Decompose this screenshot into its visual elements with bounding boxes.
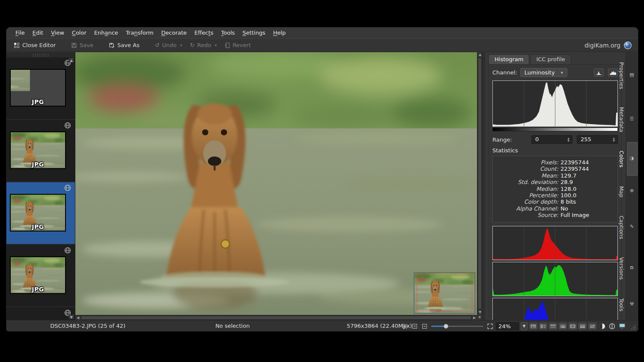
- statistic-value: 128.0: [561, 186, 576, 192]
- preview-mode-button[interactable]: [549, 323, 557, 329]
- thumbnail-image[interactable]: JPG: [10, 69, 66, 107]
- menu-item-transform[interactable]: Transform: [122, 27, 158, 38]
- preview-mode-button[interactable]: [569, 323, 577, 329]
- save-button[interactable]: Save: [68, 41, 96, 50]
- side-tab-map[interactable]: ⊕Map: [627, 177, 638, 206]
- thumbnail-image[interactable]: JPG: [10, 256, 66, 294]
- close-editor-button[interactable]: Close Editor: [11, 41, 59, 50]
- menu-item-settings[interactable]: Settings: [239, 27, 269, 38]
- over-exposure-indicator-button[interactable]: [608, 322, 616, 330]
- redo-button[interactable]: ↻ Redo ▾: [187, 41, 220, 50]
- spinner-arrows-icon[interactable]: ▲▼: [611, 136, 617, 143]
- fit-window-button[interactable]: [411, 322, 419, 330]
- format-badge: JPG: [32, 223, 44, 230]
- statistic-row: Color depth:8 bits: [497, 199, 613, 205]
- preview-mode-button[interactable]: [578, 323, 587, 329]
- tone-gradient-bar: [492, 128, 618, 131]
- statistic-value: 129.7: [561, 172, 576, 179]
- undo-label: Undo: [162, 42, 177, 48]
- thumbnail-item-selected[interactable]: JPG: [6, 182, 75, 244]
- map-icon: ⊕: [630, 185, 634, 196]
- tab-histogram[interactable]: Histogram: [489, 54, 529, 64]
- zoom-100-button[interactable]: [486, 322, 494, 330]
- vertical-scroll-thumb[interactable]: [478, 58, 481, 309]
- window-resize-grip[interactable]: [631, 325, 636, 330]
- spinner-arrows-icon[interactable]: ▲▼: [566, 136, 571, 143]
- scroll-right-icon[interactable]: ▶: [472, 315, 477, 320]
- thumbnail-item[interactable]: JPG: [6, 245, 75, 306]
- menu-item-enhance[interactable]: Enhance: [90, 27, 122, 38]
- zoom-slider-handle[interactable]: [444, 324, 448, 329]
- visible-region-rectangle[interactable]: [417, 275, 472, 311]
- menu-item-decorate[interactable]: Decorate: [158, 27, 191, 38]
- menu-item-help[interactable]: Help: [269, 27, 290, 38]
- thumbnail-item[interactable]: JPG: [6, 120, 75, 181]
- color-managed-view-button[interactable]: [618, 322, 626, 330]
- zoom-slider[interactable]: [431, 322, 483, 330]
- linear-histogram-icon: [596, 70, 602, 75]
- side-tab-versions[interactable]: ⧉Versions: [627, 249, 638, 288]
- channel-label: Channel:: [492, 69, 517, 76]
- side-tab-properties[interactable]: ▤Properties: [627, 53, 638, 97]
- horizontal-scroll-thumb[interactable]: [81, 316, 471, 319]
- channel-dropdown[interactable]: Luminosity ▾: [520, 68, 567, 77]
- thumbnail-image[interactable]: JPG: [10, 194, 66, 231]
- save-as-button[interactable]: Save As: [106, 41, 143, 50]
- range-min-spinbox[interactable]: 0 ▲▼: [531, 135, 572, 144]
- preview-mode-button[interactable]: [588, 323, 596, 329]
- preview-mode-button[interactable]: [529, 323, 537, 329]
- range-max-spinbox[interactable]: 255 ▲▼: [577, 135, 618, 144]
- side-tab-tools[interactable]: ⚒Tools: [627, 290, 638, 320]
- green-histogram: [492, 262, 618, 296]
- image-canvas[interactable]: ▲ ▼ ◀ ▶ ✥: [75, 52, 482, 320]
- menu-item-view[interactable]: View: [47, 27, 68, 38]
- thumbnail-item[interactable]: [6, 307, 75, 320]
- statistic-label: Median:: [497, 186, 561, 192]
- thumbbar-drag-handle[interactable]: [32, 53, 49, 56]
- menu-item-color[interactable]: Color: [68, 27, 90, 38]
- scroll-up-icon[interactable]: ▲: [477, 52, 482, 57]
- statistic-row: Std. deviation:28.9: [497, 179, 613, 185]
- panel-tabs: Histogram ICC profile: [489, 54, 622, 64]
- undo-button[interactable]: ↺ Undo ▾: [152, 41, 185, 50]
- menu-item-effects[interactable]: Effects: [191, 27, 217, 38]
- zoom-percent-combo[interactable]: 24%: [496, 322, 519, 330]
- zoom-out-button[interactable]: [420, 322, 429, 330]
- undo-dropdown-arrow[interactable]: ▾: [180, 43, 182, 47]
- zoom-combo-arrow[interactable]: ▼: [521, 322, 528, 330]
- side-tab-colors[interactable]: ◑Colors: [627, 142, 638, 176]
- side-tab-strip: ▤Properties☰Metadata◑Colors⊕Map✎Captions…: [626, 52, 638, 320]
- menu-item-edit[interactable]: Edit: [29, 27, 47, 38]
- close-editor-icon: [14, 42, 20, 48]
- side-tab-metadata[interactable]: ☰Metadata: [627, 98, 638, 141]
- pan-preview-overlay[interactable]: [414, 272, 475, 314]
- preview-thumb-icon: [580, 324, 585, 328]
- menu-item-tools[interactable]: Tools: [217, 27, 239, 38]
- preview-mode-button[interactable]: [539, 323, 547, 329]
- preview-mode-button[interactable]: [559, 323, 567, 329]
- canvas-horizontal-scrollbar[interactable]: ◀ ▶: [75, 315, 477, 320]
- thumbbar-scroll-up-button[interactable]: ▲: [69, 58, 74, 62]
- canvas-vertical-scrollbar[interactable]: ▲ ▼: [477, 52, 482, 315]
- menu-item-file[interactable]: File: [12, 27, 29, 38]
- luminosity-histogram[interactable]: [492, 80, 618, 127]
- redo-dropdown-arrow[interactable]: ▾: [215, 43, 217, 47]
- log-histogram-icon: [610, 70, 616, 75]
- pan-tool-button[interactable]: ✥: [477, 315, 482, 320]
- linear-histogram-button[interactable]: [594, 68, 604, 77]
- side-tab-captions[interactable]: ✎Captions: [627, 207, 638, 247]
- revert-button[interactable]: Revert: [221, 41, 254, 50]
- tab-icc-profile[interactable]: ICC profile: [530, 54, 571, 64]
- under-exposure-indicator-button[interactable]: [598, 322, 606, 330]
- geolocation-globe-icon: [64, 122, 71, 129]
- thumbnail-item[interactable]: JPG: [6, 57, 75, 119]
- geolocation-globe-icon: [64, 247, 71, 254]
- scroll-down-icon[interactable]: ▼: [477, 310, 482, 315]
- channel-value: Luminosity: [525, 69, 555, 76]
- thumbnail-image[interactable]: JPG: [10, 131, 66, 169]
- thumbbar-scroll-down-button[interactable]: ▼: [69, 315, 74, 319]
- scroll-left-icon[interactable]: ◀: [75, 315, 80, 320]
- statistic-value: 28.9: [561, 179, 573, 185]
- fit-selection-button[interactable]: [401, 322, 409, 330]
- revert-label: Revert: [233, 42, 251, 48]
